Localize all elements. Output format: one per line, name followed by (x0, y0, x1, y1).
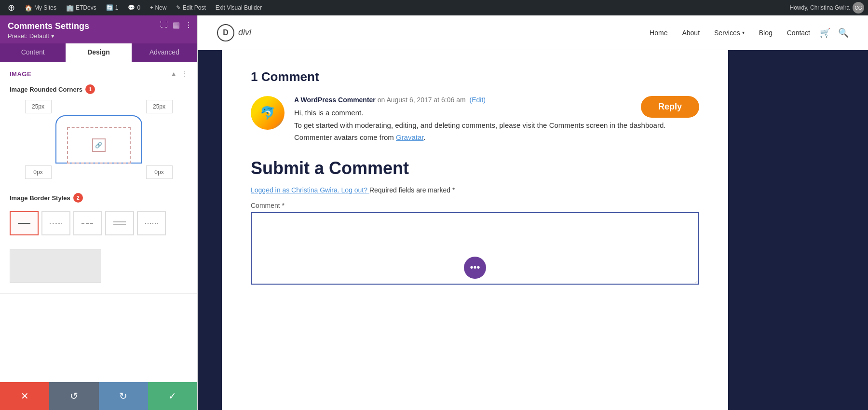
fullscreen-icon[interactable]: ⛶ (160, 20, 168, 29)
comment-item: 🐬 A WordPress Commenter on August 6, 201… (251, 96, 699, 144)
preview-body: 1 Comment 🐬 A WordPress Commenter on Aug… (198, 50, 868, 410)
wp-logo-item[interactable]: ⊕ (4, 0, 19, 15)
nav-services[interactable]: Services ▾ (714, 29, 745, 37)
nav-home[interactable]: Home (650, 29, 667, 37)
border-styles-label: Image Border Styles (10, 194, 70, 202)
submit-section: Submit a Comment Logged in as Christina … (251, 158, 699, 287)
section-actions: ▲ ⋮ (170, 70, 188, 78)
panel-bottom-buttons: ✕ ↺ ↻ ✓ (0, 382, 197, 410)
panel-header-icons: ⛶ ▦ ⋮ (160, 20, 192, 29)
undo-button[interactable]: ↺ (49, 382, 98, 410)
corner-link-icon[interactable]: 🔗 (92, 138, 106, 152)
panel-preset[interactable]: Preset: Default ▾ (8, 32, 190, 40)
corner-bottom-right-input[interactable] (146, 165, 173, 179)
border-styles-section: Image Border Styles 2 (0, 185, 197, 294)
border-styles-header: Image Border Styles 2 (10, 193, 188, 203)
corner-top-right-input[interactable] (146, 100, 173, 113)
corner-row-top (25, 100, 173, 113)
cancel-button[interactable]: ✕ (0, 382, 49, 410)
image-section-title: Image (10, 70, 31, 78)
corner-row-bottom (25, 165, 173, 179)
reply-button[interactable]: Reply (641, 96, 699, 118)
border-style-double[interactable] (105, 211, 134, 235)
border-style-dotted[interactable] (137, 211, 166, 235)
layout-icon[interactable]: ▦ (173, 20, 180, 29)
image-section: Image ▲ ⋮ Image Rounded Corners 1 (0, 62, 197, 185)
search-icon[interactable]: 🔍 (838, 27, 849, 38)
submit-title: Submit a Comment (251, 158, 699, 178)
border-styles-badge: 2 (73, 193, 83, 203)
site-header: D divi Home About Services ▾ Blog Contac… (198, 15, 868, 50)
howdy-user: Howdy, Christina Gwira CG (790, 2, 864, 14)
corner-box-inner: 🔗 (67, 127, 131, 164)
nav-blog[interactable]: Blog (759, 29, 773, 37)
comment-text-gravatar: Commenter avatars come from Gravatar. (294, 131, 699, 144)
color-preview-area (10, 244, 188, 287)
border-style-solid[interactable] (10, 211, 39, 235)
divi-right-col (728, 50, 868, 410)
dark-sidebar (198, 50, 222, 410)
login-info-link[interactable]: Logged in as Christina Gwira. Log out? (251, 186, 369, 194)
comment-avatar: 🐬 (251, 96, 285, 130)
tab-advanced[interactable]: Advanced (132, 43, 197, 62)
image-section-header: Image ▲ ⋮ (10, 70, 188, 78)
color-preview-box (10, 249, 101, 283)
svg-rect-0 (18, 223, 30, 224)
site-nav: Home About Services ▾ Blog Contact (650, 29, 810, 37)
panel-tabs: Content Design Advanced (0, 43, 197, 62)
logo-text: divi (238, 27, 251, 38)
right-panel: D divi Home About Services ▾ Blog Contac… (198, 15, 868, 410)
section-collapse-icon[interactable]: ▲ (170, 70, 177, 78)
border-style-dashed[interactable] (73, 211, 102, 235)
tab-design[interactable]: Design (66, 43, 131, 62)
exit-builder-item[interactable]: Exit Visual Builder (212, 0, 266, 15)
rounded-corners-label: Image Rounded Corners (10, 86, 82, 93)
cart-icon[interactable]: 🛒 (820, 27, 830, 38)
gravatar-link[interactable]: Gravatar (396, 133, 424, 141)
corner-control: 🔗 (10, 100, 188, 179)
panel-content: Image ▲ ⋮ Image Rounded Corners 1 (0, 62, 197, 410)
comment-text: Hi, this is a comment. To get started wi… (294, 107, 699, 144)
save-button[interactable]: ✓ (148, 382, 197, 410)
content-area: 1 Comment 🐬 A WordPress Commenter on Aug… (222, 50, 728, 410)
redo-button[interactable]: ↻ (99, 382, 148, 410)
nav-contact[interactable]: Contact (787, 29, 810, 37)
site-logo: D divi (217, 24, 251, 41)
comment-author-name: A WordPress Commenter (294, 96, 376, 104)
border-style-thin-dashed[interactable] (41, 211, 70, 235)
my-sites-item[interactable]: 🏠 My Sites (21, 0, 60, 15)
floating-dots-button[interactable]: ••• (464, 257, 486, 279)
panel-header: Comments Settings Preset: Default ▾ ⛶ ▦ … (0, 15, 197, 43)
nav-about[interactable]: About (682, 29, 700, 37)
comments-item[interactable]: 💬 0 (124, 0, 144, 15)
comments-heading: 1 Comment (251, 69, 699, 84)
more-icon[interactable]: ⋮ (185, 20, 192, 29)
section-header-left: Image (10, 70, 31, 78)
comment-date: on August 6, 2017 at 6:06 am (378, 96, 468, 104)
new-post-item[interactable]: + New (146, 0, 170, 15)
comment-form: Comment * ••• (251, 202, 699, 287)
comment-author-line: A WordPress Commenter on August 6, 2017 … (294, 96, 699, 104)
rounded-corners-header: Image Rounded Corners 1 (10, 84, 188, 94)
comment-edit-link[interactable]: (Edit) (470, 96, 486, 104)
corner-box-row: 🔗 (55, 115, 142, 164)
submit-info: Logged in as Christina Gwira. Log out? R… (251, 186, 699, 194)
logo-circle: D (217, 24, 234, 41)
left-panel: Comments Settings Preset: Default ▾ ⛶ ▦ … (0, 15, 198, 410)
corner-top-left-input[interactable] (25, 100, 52, 113)
border-styles-row (10, 208, 188, 238)
updates-item[interactable]: 🔄 1 (102, 0, 122, 15)
tab-content[interactable]: Content (0, 43, 66, 62)
comment-body: A WordPress Commenter on August 6, 2017 … (294, 96, 699, 144)
comment-label: Comment * (251, 202, 699, 209)
main-layout: Comments Settings Preset: Default ▾ ⛶ ▦ … (0, 15, 868, 410)
section-more-icon[interactable]: ⋮ (181, 70, 188, 78)
corner-bottom-left-input[interactable] (25, 165, 52, 179)
et-devs-item[interactable]: 🏢 ETDevs (62, 0, 100, 15)
wp-admin-bar: ⊕ 🏠 My Sites 🏢 ETDevs 🔄 1 💬 0 + New ✎ Ed… (0, 0, 868, 15)
corner-preview-box: 🔗 (55, 115, 142, 164)
nav-icons: 🛒 🔍 (820, 27, 849, 38)
rounded-corners-badge: 1 (85, 84, 95, 94)
user-avatar: CG (853, 2, 864, 14)
edit-post-item[interactable]: ✎ Edit Post (172, 0, 209, 15)
